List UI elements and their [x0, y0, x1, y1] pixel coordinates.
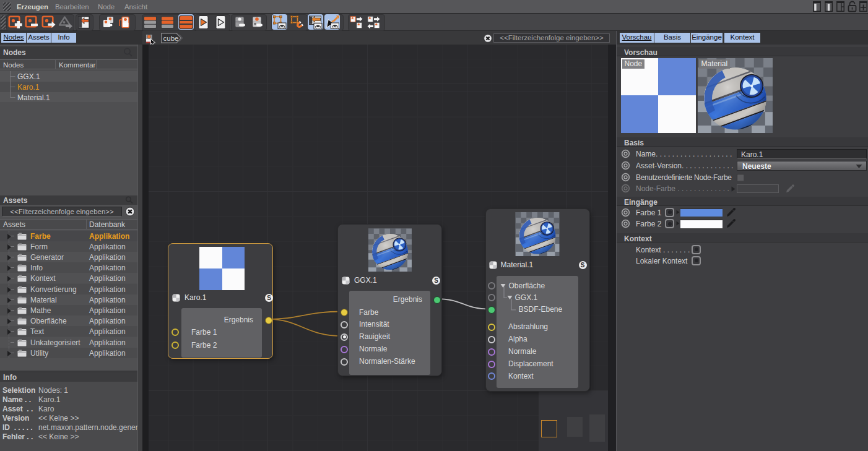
svg-text:cube: cube	[163, 35, 179, 42]
